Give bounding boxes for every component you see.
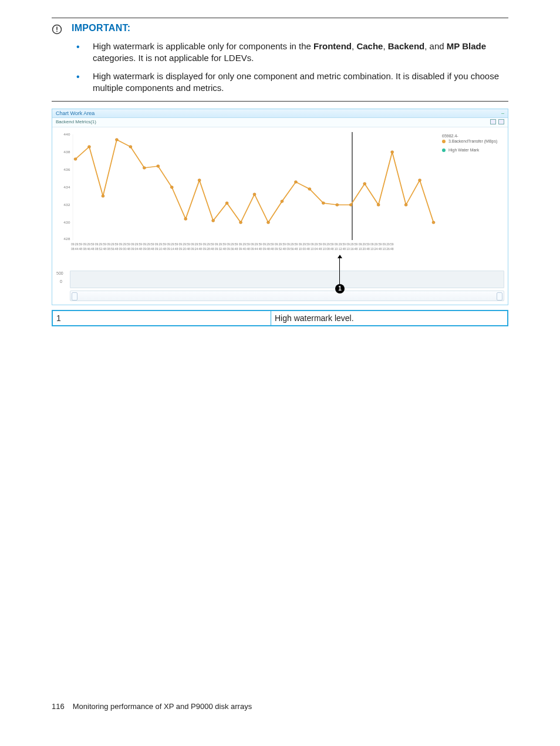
svg-point-28: [294, 181, 297, 183]
important-bullets: High watermark is applicable only for co…: [52, 40, 508, 94]
svg-text:428: 428: [63, 237, 70, 241]
svg-rect-2: [56, 31, 58, 32]
svg-text:434: 434: [63, 185, 70, 189]
chart-subtitle: Backend Metrics(1): [56, 119, 96, 126]
svg-point-20: [184, 218, 187, 220]
callout-key-table: 1 High watermark level.: [52, 310, 508, 326]
svg-point-26: [267, 221, 270, 224]
svg-point-19: [170, 186, 173, 188]
svg-point-12: [74, 158, 77, 160]
svg-point-14: [102, 195, 104, 197]
collapse-icon[interactable]: –: [501, 110, 504, 116]
chart-tool-icon-1[interactable]: [490, 119, 496, 124]
legend-series-line: 3.BackendTransfer (MBps): [448, 139, 497, 143]
important-label: IMPORTANT:: [72, 23, 130, 33]
svg-point-16: [129, 146, 132, 148]
chapter-title: Monitoring performance of XP and P9000 d…: [73, 702, 252, 711]
svg-rect-1: [56, 27, 58, 31]
chart-scroll-overview[interactable]: [70, 291, 504, 301]
svg-text:430: 430: [63, 220, 70, 224]
svg-point-24: [239, 221, 242, 224]
svg-point-13: [88, 146, 91, 148]
legend-series-title: 65982.4-: [442, 134, 458, 138]
svg-point-37: [419, 179, 421, 181]
important-bullet-1: High watermark is applicable only for co…: [74, 40, 508, 65]
legend-series-dot-icon: [442, 140, 446, 143]
svg-point-27: [281, 200, 284, 202]
svg-point-36: [404, 204, 407, 206]
svg-point-33: [363, 183, 366, 185]
callout-arrow-head-icon: [338, 255, 342, 258]
legend-hwm-dot-icon: [442, 148, 446, 152]
x-axis-labels: 09:29:59 09:29:59 09:29:59 09:29:59 09:2…: [56, 241, 436, 246]
key-cell-num-1: 1: [52, 310, 271, 326]
svg-point-18: [157, 165, 160, 167]
svg-point-15: [115, 139, 118, 141]
svg-point-21: [198, 179, 201, 181]
chart-work-area-title: Chart Work Area: [56, 110, 95, 116]
callout-arrow-line: [339, 258, 340, 285]
svg-text:436: 436: [63, 167, 70, 171]
key-cell-desc-1: High watermark level.: [271, 310, 508, 326]
svg-point-34: [377, 204, 380, 206]
chart-overview-strip: 500 0: [70, 271, 504, 288]
svg-point-30: [322, 202, 325, 204]
page-number: 116: [52, 702, 65, 711]
svg-point-23: [225, 202, 228, 204]
important-icon: [52, 24, 62, 37]
svg-text:438: 438: [63, 150, 70, 154]
svg-point-32: [349, 204, 352, 206]
svg-point-38: [432, 221, 435, 224]
svg-point-17: [143, 167, 146, 169]
svg-point-29: [308, 188, 311, 190]
important-bullet-2: High watermark is displayed for only one…: [74, 70, 508, 94]
chart-plot: 440 438 436 434 432 430 428: [56, 130, 436, 241]
chart-legend: 65982.4- 3.BackendTransfer (MBps) High W…: [438, 127, 508, 268]
svg-point-25: [253, 193, 256, 195]
x-axis-labels-2: 08:44:48 08:46:48 08:52:48 08:56:48 09:0…: [56, 246, 436, 251]
page-footer: 116 Monitoring performance of XP and P90…: [52, 702, 508, 711]
svg-text:432: 432: [63, 202, 70, 207]
legend-hwm: High Water Mark: [448, 148, 479, 152]
svg-point-22: [212, 220, 215, 222]
chart-figure: Chart Work Area – Backend Metrics(1) 440…: [52, 109, 508, 305]
svg-point-35: [391, 151, 394, 153]
svg-point-31: [336, 204, 339, 206]
chart-tool-icon-2[interactable]: [498, 119, 504, 124]
svg-text:440: 440: [63, 132, 70, 136]
callout-number-1: 1: [335, 284, 345, 293]
